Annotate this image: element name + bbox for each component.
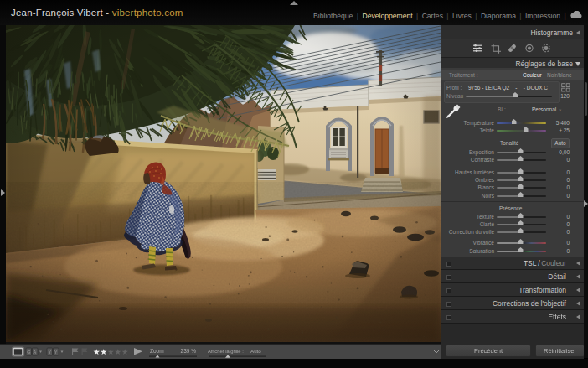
svg-text:★: ★ [101,347,108,356]
svg-text:Auto: Auto [250,348,261,354]
svg-text:Zoom: Zoom [150,348,164,354]
svg-text:★: ★ [115,347,122,356]
svg-text:G: G [27,350,30,355]
svg-text:★: ★ [107,347,115,356]
svg-text:★: ★ [121,347,129,356]
svg-text:239 %: 239 % [181,348,197,354]
svg-text:★: ★ [93,347,101,356]
svg-text:Y: Y [48,350,51,355]
svg-text:Y: Y [54,350,58,355]
svg-text:Afficher la grille :: Afficher la grille : [208,349,244,354]
svg-text:A: A [34,350,37,355]
